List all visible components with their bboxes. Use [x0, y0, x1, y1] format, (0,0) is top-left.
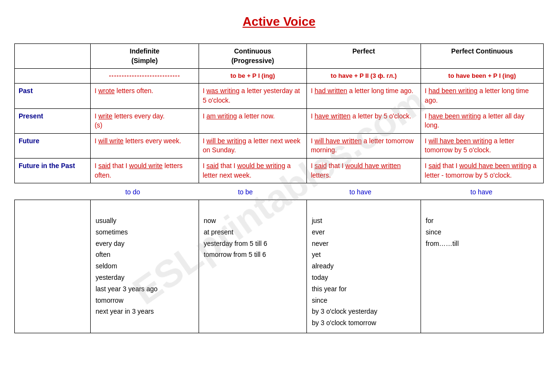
future-indefinite: I will write letters every week.	[91, 133, 199, 158]
formula-empty	[15, 69, 91, 84]
adverbs-table: usually sometimes every day often seldom…	[14, 200, 544, 333]
future-past-row: Future in the Past I said that I would w…	[15, 158, 544, 183]
aux-to-be: to be	[189, 187, 302, 197]
past-perfect: I had written a letter long time ago.	[307, 84, 421, 108]
past-row: Past I wrote letters often. I was writin…	[15, 84, 544, 108]
future-label: Future	[15, 133, 91, 158]
present-continuous: I am writing a letter now.	[199, 108, 306, 133]
past-indefinite: I wrote letters often.	[91, 84, 199, 108]
adverbs-perfect-continuous: for since from……till	[421, 200, 543, 333]
adverbs-continuous: now at present yesterday from 5 till 6 t…	[199, 200, 306, 333]
present-perfect-continuous: I have been writing a letter all day lon…	[421, 108, 543, 133]
aux-to-do: to do	[76, 187, 189, 197]
future-past-continuous: I said that I would be writing a letter …	[199, 158, 306, 183]
formula-perfect: to have + P II (3 ф. гл.)	[307, 69, 421, 84]
adverbs-row: usually sometimes every day often seldom…	[15, 200, 544, 333]
header-continuous: Continuous (Progressive)	[199, 44, 306, 69]
aux-spacer	[14, 187, 76, 197]
present-indefinite: I write letters every day. (s)	[91, 108, 199, 133]
aux-to-have-2: to have	[419, 187, 544, 197]
present-label: Present	[15, 108, 91, 133]
adverbs-perfect: just ever never yet already today this y…	[307, 200, 421, 333]
aux-to-have-1: to have	[302, 187, 419, 197]
present-row: Present I write letters every day. (s) I…	[15, 108, 544, 133]
past-continuous: I was writing a letter yesterday at 5 o'…	[199, 84, 306, 108]
past-label: Past	[15, 84, 91, 108]
present-perfect: I have written a letter by 5 o'clock.	[307, 108, 421, 133]
future-continuous: I will be writing a letter next week on …	[199, 133, 306, 158]
header-perfect: Perfect	[307, 44, 421, 69]
header-perfect-continuous: Perfect Continuous	[421, 44, 543, 69]
adverbs-indefinite: usually sometimes every day often seldom…	[91, 200, 199, 333]
future-past-perfect: I said that I would have written letters…	[307, 158, 421, 183]
header-empty	[15, 44, 91, 69]
formula-row: ---------------------------- to be + P I…	[15, 69, 544, 84]
header-row: Indefinite (Simple) Continuous (Progress…	[15, 44, 544, 69]
page-title: Active Voice	[14, 14, 544, 29]
future-past-perfect-continuous: I said that I would have been writing a …	[421, 158, 543, 183]
past-perfect-continuous: I had been writing a letter long time ag…	[421, 84, 543, 108]
adverbs-spacer	[15, 200, 91, 333]
formula-indefinite: ----------------------------	[91, 69, 199, 84]
future-row: Future I will write letters every week. …	[15, 133, 544, 158]
grammar-table: Indefinite (Simple) Continuous (Progress…	[14, 43, 544, 183]
future-past-label: Future in the Past	[15, 158, 91, 183]
formula-perfect-continuous: to have been + P I (ing)	[421, 69, 543, 84]
future-perfect: I will have written a letter tomorrow mo…	[307, 133, 421, 158]
future-past-indefinite: I said that I would write letters often.	[91, 158, 199, 183]
formula-continuous: to be + P I (ing)	[199, 69, 306, 84]
header-indefinite: Indefinite (Simple)	[91, 44, 199, 69]
future-perfect-continuous: I will have been writing a letter tomorr…	[421, 133, 543, 158]
auxiliary-row: to do to be to have to have	[14, 187, 544, 197]
